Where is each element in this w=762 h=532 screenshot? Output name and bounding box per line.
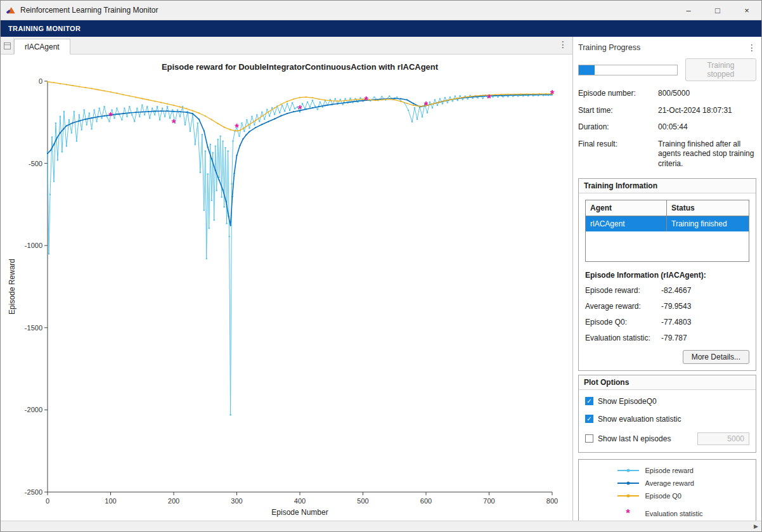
statusbar: ▶ [1,521,761,531]
tab-training-monitor[interactable]: TRAINING MONITOR [8,25,81,32]
agent-cell: rlACAgent [586,216,667,231]
episode-q0-value: -77.4803 [661,318,749,327]
plot-options-group: Plot Options ✓ Show EpisodeQ0 ✓ Show eva… [578,375,756,453]
column-header-status: Status [667,200,749,216]
svg-text:Episode Reward: Episode Reward [8,259,16,315]
field-label: Final result: [578,139,658,169]
start-time-value: 21-Oct-2024 18:07:31 [658,106,756,116]
matlab-logo-icon [6,6,16,15]
svg-text:500: 500 [357,497,368,505]
svg-text:*: * [235,122,239,134]
legend-item: Average reward [617,479,718,487]
panel-kebab-icon[interactable]: ⋮ [747,42,756,53]
agent-status-table[interactable]: Agent Status rlACAgent Training finished [585,200,749,262]
average-reward-value: -79.9543 [661,302,749,311]
episode-reward-line-icon [617,470,639,471]
minimize-icon[interactable]: – [674,1,703,20]
window-title: Reinforcement Learning Training Monitor [20,6,158,15]
group-title: Training Information [579,179,756,193]
show-evaluation-statistic-checkbox[interactable]: ✓ [585,415,593,423]
svg-text:-1000: -1000 [25,242,42,249]
svg-text:300: 300 [231,497,242,505]
svg-text:*: * [172,117,176,129]
training-information-group: Training Information Agent Status rlACAg… [578,178,756,371]
more-details-button[interactable]: More Details... [683,350,749,364]
evaluation-statistic-asterisk-icon: * [617,511,639,516]
checkbox-label: Show last N episodes [598,434,671,443]
show-last-n-episodes-checkbox[interactable] [585,434,593,443]
svg-text:*: * [108,110,113,122]
document-panel: rlACAgent ⋮ 0-500-1000-1500-2000-2500010… [1,37,573,521]
maximize-icon[interactable]: □ [703,1,732,20]
table-header-row: Agent Status [586,200,749,216]
svg-text:*: * [424,100,429,112]
episode-number-value: 800/5000 [658,89,756,99]
group-title: Plot Options [579,375,756,390]
statusbar-expand-icon[interactable]: ▶ [754,523,758,529]
svg-text:*: * [550,88,555,100]
field-label: Episode Q0: [585,318,661,327]
legend-item: Episode Q0 [617,492,718,500]
field-label: Average reward: [585,302,661,311]
status-cell: Training finished [667,216,749,231]
document-kebab-icon[interactable]: ⋮ [559,40,567,49]
field-label: Evaluation statistic: [585,334,661,342]
document-layout-icon[interactable] [1,37,14,54]
svg-text:*: * [487,93,491,105]
show-episodeq0-checkbox[interactable]: ✓ [585,397,593,405]
svg-text:-2500: -2500 [25,488,42,496]
field-label: Episode number: [578,89,658,99]
svg-text:0: 0 [46,497,49,505]
svg-text:400: 400 [294,497,306,505]
svg-text:Episode reward for DoubleInteg: Episode reward for DoubleIntegratorConti… [162,62,439,72]
svg-text:200: 200 [168,497,179,505]
svg-text:0: 0 [39,77,42,85]
chart-area: 0-500-1000-1500-2000-2500010020030040050… [1,55,572,521]
svg-text:*: * [364,94,368,107]
field-label: Duration: [578,122,658,133]
titlebar: Reinforcement Learning Training Monitor … [1,1,761,20]
average-reward-line-icon [617,483,639,484]
progress-bar-fill [579,65,595,75]
close-icon[interactable]: × [732,1,761,20]
checkbox-label: Show evaluation statistic [598,415,681,424]
svg-text:100: 100 [105,497,116,505]
svg-text:-500: -500 [29,160,42,167]
duration-value: 00:05:44 [658,122,756,133]
evaluation-statistic-value: -79.787 [661,334,749,342]
training-progress-panel: Training Progress ⋮ Training stopped Epi… [573,37,761,521]
field-label: Start time: [578,106,658,116]
svg-text:*: * [298,103,302,115]
training-progress-bar [578,65,678,75]
svg-text:Episode Number: Episode Number [271,508,328,517]
table-row[interactable]: rlACAgent Training finished [586,216,749,231]
svg-text:-2000: -2000 [25,406,42,413]
checkbox-label: Show EpisodeQ0 [598,397,657,406]
episode-reward-value: -82.4667 [661,286,749,295]
chart-legend: Episode reward Average reward Episode Q0… [578,459,756,521]
svg-text:-1500: -1500 [25,324,42,332]
svg-text:600: 600 [420,497,432,505]
panel-title: Training Progress [578,43,640,52]
toolstrip: TRAINING MONITOR [1,20,761,37]
episode-reward-chart[interactable]: 0-500-1000-1500-2000-2500010020030040050… [2,56,569,521]
tab-rlacagent[interactable]: rlACAgent [14,39,70,55]
column-header-agent: Agent [586,200,667,216]
legend-item: Episode reward [617,467,718,474]
final-result-value: Training finished after all agents reach… [658,139,756,169]
last-n-episodes-input[interactable] [697,432,749,445]
svg-text:700: 700 [483,497,494,505]
episode-info-title: Episode Information (rlACAgent): [585,271,749,280]
legend-item: * Evaluation statistic [617,510,718,517]
training-stopped-button[interactable]: Training stopped [685,58,756,81]
app-window: Reinforcement Learning Training Monitor … [0,0,762,532]
episode-q0-line-icon [617,495,639,496]
svg-text:800: 800 [546,497,558,505]
field-label: Episode reward: [585,286,661,295]
document-tabbar: rlACAgent ⋮ [1,37,572,55]
